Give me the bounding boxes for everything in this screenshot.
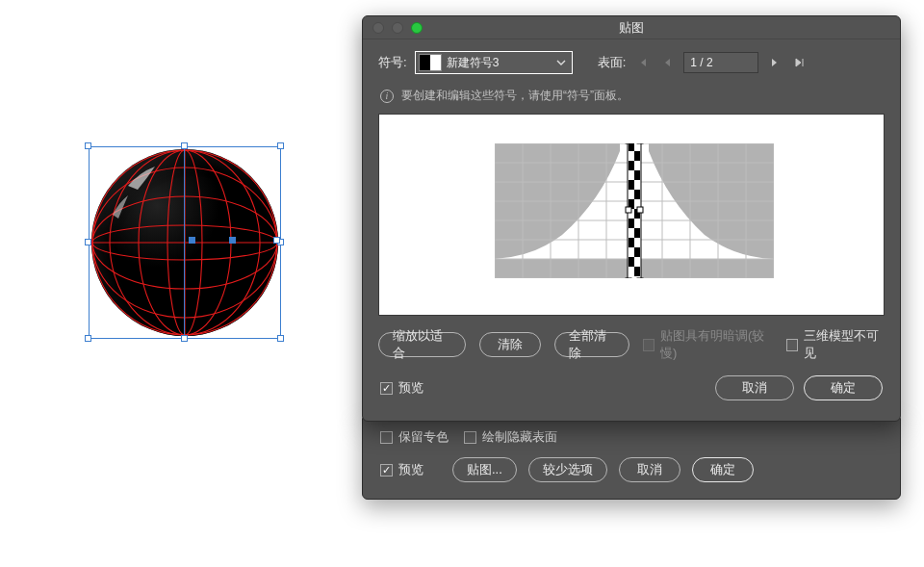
- svg-rect-30: [634, 151, 640, 161]
- checkbox-shade-artwork: 贴图具有明暗调(较慢): [643, 327, 773, 362]
- symbol-label: 符号:: [378, 54, 407, 71]
- cancel-button-back[interactable]: 取消: [619, 457, 680, 482]
- checkbox-invisible-geometry-label: 三维模型不可见: [804, 327, 885, 362]
- svg-rect-29: [629, 143, 634, 151]
- checkbox-shade-artwork-label: 贴图具有明暗调(较慢): [660, 327, 772, 362]
- chevron-down-icon: [554, 58, 568, 67]
- svg-rect-39: [629, 238, 634, 247]
- map-art-button[interactable]: 贴图...: [452, 457, 517, 482]
- parent-dialog: 保留专色 绘制隐藏表面 预览 贴图... 较少选项 取消 确定: [362, 418, 901, 500]
- anchor-mid-1[interactable]: [189, 237, 195, 244]
- checkbox-preview-back[interactable]: 预览: [380, 461, 424, 478]
- clear-all-button[interactable]: 全部清除: [554, 332, 629, 357]
- anchor-top[interactable]: [181, 142, 188, 149]
- bbox-handle-tr[interactable]: [277, 142, 284, 149]
- svg-rect-45: [626, 207, 631, 213]
- svg-rect-34: [634, 190, 640, 199]
- symbol-dropdown[interactable]: 新建符号3: [415, 51, 573, 74]
- svg-rect-37: [629, 219, 634, 228]
- hint-text: 要创建和编辑这些符号，请使用“符号”面板。: [401, 88, 629, 104]
- bbox-handle-bl[interactable]: [85, 335, 91, 342]
- window-zoom-icon[interactable]: [411, 22, 423, 34]
- anchor-mid-2[interactable]: [229, 237, 236, 244]
- map-art-dialog: 贴图 符号: 新建符号3 表面: 1 / 2: [362, 15, 901, 422]
- svg-rect-31: [629, 161, 634, 170]
- checkbox-preview-back-label: 预览: [398, 461, 424, 478]
- clear-button[interactable]: 清除: [479, 332, 541, 357]
- checkbox-draw-hidden-label: 绘制隐藏表面: [482, 428, 557, 446]
- svg-rect-32: [634, 170, 640, 180]
- checkbox-preview-front[interactable]: 预览: [380, 379, 424, 397]
- prev-surface-icon[interactable]: [658, 54, 676, 71]
- ok-button-back[interactable]: 确定: [692, 457, 754, 482]
- symbol-name: 新建符号3: [447, 55, 554, 71]
- svg-rect-42: [634, 267, 640, 276]
- titlebar[interactable]: 贴图: [363, 16, 900, 39]
- checkbox-preview-front-label: 预览: [398, 379, 424, 397]
- surface-label: 表面:: [598, 54, 627, 71]
- last-surface-icon[interactable]: [791, 54, 808, 71]
- anchor-right[interactable]: [273, 237, 280, 244]
- cancel-button[interactable]: 取消: [715, 375, 794, 400]
- surface-index-field[interactable]: 1 / 2: [683, 52, 758, 73]
- surface-preview[interactable]: [378, 114, 885, 316]
- first-surface-icon[interactable]: [633, 54, 651, 71]
- bbox-handle-tl[interactable]: [85, 142, 91, 149]
- window-close-icon[interactable]: [372, 22, 384, 34]
- info-icon: i: [380, 90, 394, 103]
- bbox-handle-br[interactable]: [277, 335, 284, 342]
- checkbox-draw-hidden[interactable]: 绘制隐藏表面: [464, 428, 557, 446]
- bbox-handle-ml[interactable]: [85, 239, 91, 245]
- dialog-title: 贴图: [363, 19, 900, 37]
- anchor-bottom[interactable]: [181, 335, 188, 342]
- surface-index-value: 1 / 2: [690, 56, 712, 69]
- fewer-options-button[interactable]: 较少选项: [528, 457, 607, 482]
- svg-rect-46: [637, 207, 643, 213]
- uv-grid: [495, 143, 774, 278]
- checkbox-spot-colors-label: 保留专色: [398, 428, 449, 446]
- scale-to-fit-button[interactable]: 缩放以适合: [378, 332, 466, 357]
- symbol-thumb-icon: [420, 55, 441, 70]
- artboard: [0, 0, 366, 567]
- ok-button[interactable]: 确定: [804, 375, 883, 400]
- svg-rect-41: [629, 257, 634, 267]
- window-minimize-icon[interactable]: [392, 22, 403, 34]
- bounding-box[interactable]: [89, 146, 281, 339]
- svg-rect-33: [629, 180, 634, 190]
- checkbox-invisible-geometry[interactable]: 三维模型不可见: [786, 327, 885, 362]
- svg-rect-40: [634, 247, 640, 257]
- checkbox-spot-colors[interactable]: 保留专色: [380, 428, 449, 446]
- svg-rect-38: [634, 228, 640, 238]
- next-surface-icon[interactable]: [766, 54, 783, 71]
